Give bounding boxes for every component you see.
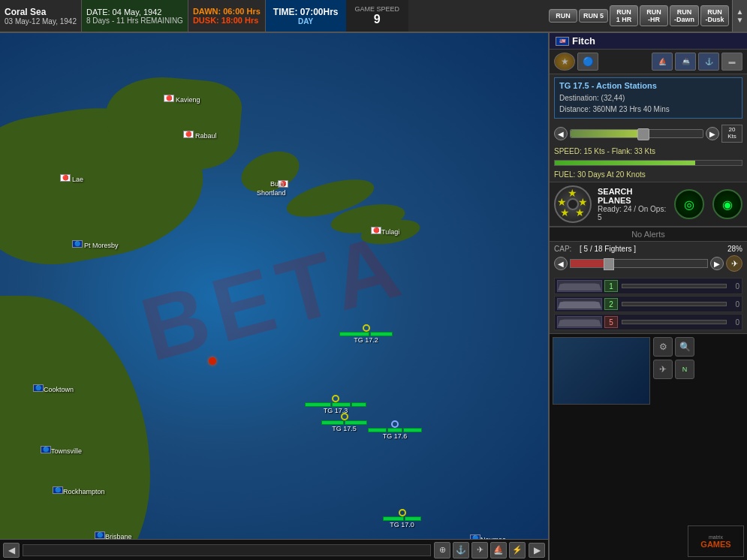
search-ready-text: Ready: 24 / On Ops: 5	[598, 205, 668, 221]
label-cooktown: Cooktown	[44, 386, 74, 393]
prev-icon-4[interactable]: N	[675, 360, 694, 379]
label-rockhampton: Rockhampton	[63, 488, 105, 495]
nation-icon[interactable]: ★	[554, 53, 575, 71]
tg-176-marker[interactable]: TG 17.6	[368, 420, 422, 440]
run5-button[interactable]: RUN 5	[579, 9, 608, 23]
time-value: TIME: 07:00Hrs	[273, 7, 339, 17]
current-date: DATE: 04 May, 1942	[86, 8, 183, 17]
tg-176-label: TG 17.6	[383, 432, 408, 440]
dawn-dusk: DAWN: 06:00 Hrs DUSK: 18:00 Hrs	[188, 0, 266, 32]
cap-label: CAP:	[554, 245, 577, 253]
label-lae: Lae	[72, 176, 83, 183]
label-kavieng: Kavieng	[176, 96, 200, 104]
ship-silhouette-3	[557, 316, 602, 328]
speed-slider-thumb[interactable]	[637, 128, 649, 140]
ship-num-3: 5	[604, 316, 618, 328]
ship-icon[interactable]: ⛵	[490, 542, 507, 558]
flag-rockhampton: 🔵	[53, 486, 63, 494]
tg-170-marker[interactable]: TG 17.0	[383, 509, 421, 528]
grid-icon[interactable]: ⊕	[434, 542, 450, 558]
status-bar	[23, 544, 431, 556]
ship-silhouette-1	[557, 280, 602, 292]
lightning-icon[interactable]: ⚡	[509, 542, 526, 558]
radar-sweep-2: ◉	[722, 197, 733, 212]
ship-type-3[interactable]: ⚓	[698, 53, 719, 71]
cap-section: CAP: [ 5 / 18 Fighters ] 28% ◀ ▶ ✈	[550, 242, 747, 275]
ship-dmg-val-1: 0	[730, 282, 739, 291]
label-tulagi: Tulagi	[381, 228, 399, 236]
cap-slider-track[interactable]	[570, 259, 708, 268]
flag-icon-panel[interactable]: 🔵	[577, 53, 598, 71]
ship-type-1[interactable]: ⛵	[652, 53, 673, 71]
label-rabaul: Rabaul	[195, 132, 217, 140]
run1hr-button[interactable]: RUN1 HR	[610, 5, 638, 26]
ship-dmg-val-2: 0	[730, 300, 739, 309]
cap-plane-icon[interactable]: ✈	[726, 255, 742, 272]
speed-increase-btn[interactable]: ▶	[706, 127, 719, 140]
radar-icon-1[interactable]: ◎	[674, 189, 704, 219]
scroll-up-arrow[interactable]: ▲▼	[732, 0, 747, 32]
prev-icon-3[interactable]: ✈	[653, 360, 673, 379]
cap-increase-btn[interactable]: ▶	[710, 257, 724, 270]
ship-row-3[interactable]: 5 0	[554, 314, 742, 330]
ship-list: 1 0 2 0 5	[550, 275, 747, 333]
map-bottombar: ◀ ⊕ ⚓ ✈ ⛵ ⚡ ▶	[0, 539, 548, 560]
plane-icon[interactable]: ✈	[471, 542, 488, 558]
ship-damage-1	[622, 284, 727, 288]
run-hr-button[interactable]: RUN-HR	[640, 5, 668, 26]
fuel-bar-track	[554, 160, 742, 166]
star-dial[interactable]: ★ ★ ★ ★ ★	[554, 185, 592, 223]
ship-shape-2	[558, 300, 601, 309]
ship-type-2[interactable]: 🚢	[675, 53, 696, 71]
speed-decrease-btn[interactable]: ◀	[554, 127, 568, 140]
label-moresby: Pt Moresby	[84, 242, 119, 249]
run-dusk-button[interactable]: RUN-Dusk	[700, 5, 729, 26]
tg-173-circle	[332, 395, 339, 402]
game-map[interactable]: BETA 🔴 Kavieng 🔴 Rabaul 🔴 Shortland Buin…	[0, 33, 548, 560]
scenario-dates: 03 May-12 May, 1942	[5, 17, 77, 26]
tg-173-marker[interactable]: TG 17.3	[305, 395, 366, 414]
prev-icon-row-1: ⚙ 🔍	[653, 337, 694, 357]
star-top: ★	[568, 187, 577, 199]
alerts-bar: No Alerts	[550, 227, 747, 242]
prev-icon-2[interactable]: 🔍	[675, 337, 694, 357]
label-shortland: Shortland	[257, 189, 286, 197]
tg-175-circle	[341, 413, 348, 420]
matrix-brand: GAMES	[700, 540, 730, 549]
tg-175-marker[interactable]: TG 17.5	[321, 413, 367, 432]
speed-kts-unit: Kts	[727, 134, 736, 140]
radar-icon-2[interactable]: ◉	[712, 189, 742, 219]
run-button[interactable]: RUN	[549, 9, 577, 23]
anchor-icon[interactable]: ⚓	[453, 542, 469, 558]
nav-left-arrow[interactable]: ◀	[3, 543, 20, 558]
ship-row-1[interactable]: 1 0	[554, 278, 742, 294]
speed-slider-track[interactable]	[570, 129, 703, 138]
preview-map[interactable]	[553, 337, 650, 405]
tg-170-label: TG 17.0	[390, 521, 414, 528]
nav-right-arrow[interactable]: ▶	[529, 543, 545, 558]
ship-num-2: 2	[604, 298, 618, 310]
us-flag-small: 🇺🇸	[556, 37, 569, 46]
cap-slider-thumb[interactable]	[604, 258, 614, 270]
game-speed-value: 9	[374, 13, 381, 26]
cap-pct: 28%	[727, 245, 742, 253]
speed-slider-fill	[571, 130, 643, 137]
ship-type-4[interactable]: ▬	[721, 53, 742, 71]
ship-num-1: 1	[604, 280, 618, 292]
flag-lae: 🔴	[60, 174, 71, 182]
cap-slider-row: ◀ ▶ ✈	[554, 255, 742, 272]
flag-cooktown: 🔵	[33, 384, 44, 392]
preview-section: ⚙ 🔍 ✈ N matrix GAMES	[550, 333, 747, 560]
prev-icon-1[interactable]: ⚙	[653, 337, 673, 357]
tg-172-marker[interactable]: TG 17.2	[339, 324, 393, 344]
prev-icon-row-2: ✈ N	[653, 360, 694, 379]
matrix-logo: matrix GAMES	[688, 525, 744, 557]
panel-icon-row: ★ 🔵 ⛵ 🚢 ⚓ ▬	[550, 50, 747, 74]
flag-moresby: 🔵	[72, 240, 83, 248]
ship-shape-3	[558, 318, 601, 327]
bottom-icons-group: ⊕ ⚓ ✈ ⛵ ⚡	[434, 542, 526, 558]
ship-row-2[interactable]: 2 0	[554, 296, 742, 312]
cap-decrease-btn[interactable]: ◀	[554, 257, 568, 270]
run-dawn-button[interactable]: RUN-Dawn	[670, 5, 699, 26]
commander-name: Fitch	[572, 35, 595, 47]
